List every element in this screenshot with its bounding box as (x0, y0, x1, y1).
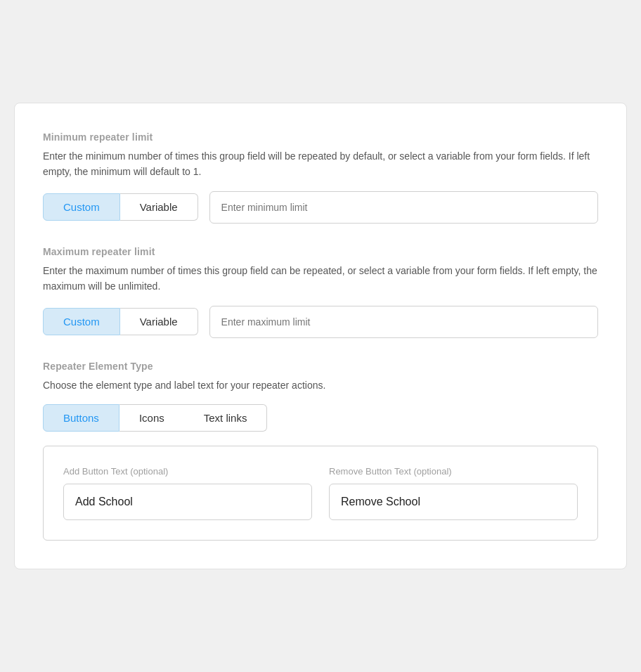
buttons-type-button[interactable]: Buttons (43, 404, 119, 432)
buttons-panel-row: Add Button Text (optional) Remove Button… (63, 466, 578, 520)
add-button-group: Add Button Text (optional) (63, 466, 312, 520)
max-custom-button[interactable]: Custom (43, 308, 120, 335)
element-type-toggle-group: Buttons Icons Text links (43, 404, 598, 432)
min-repeater-section: Minimum repeater limit Enter the minimum… (43, 131, 598, 224)
min-repeater-title: Minimum repeater limit (43, 131, 598, 143)
min-limit-input[interactable] (209, 191, 598, 224)
add-button-text-input[interactable] (63, 484, 312, 520)
max-repeater-toggle-group: Custom Variable (43, 308, 198, 335)
icons-type-button[interactable]: Icons (119, 404, 184, 432)
element-type-description: Choose the element type and label text f… (43, 377, 598, 393)
buttons-panel: Add Button Text (optional) Remove Button… (43, 446, 598, 541)
min-repeater-description: Enter the minimum number of times this g… (43, 148, 598, 180)
max-limit-input[interactable] (209, 306, 598, 338)
max-repeater-title: Maximum repeater limit (43, 246, 598, 257)
max-repeater-input-row: Custom Variable (43, 306, 598, 338)
min-repeater-toggle-group: Custom Variable (43, 193, 198, 221)
remove-button-label: Remove Button Text (optional) (329, 466, 578, 477)
element-type-section: Repeater Element Type Choose the element… (43, 361, 598, 432)
remove-button-group: Remove Button Text (optional) (329, 466, 578, 520)
max-variable-button[interactable]: Variable (120, 308, 198, 335)
min-variable-button[interactable]: Variable (120, 193, 198, 221)
text-links-type-button[interactable]: Text links (184, 404, 268, 432)
max-repeater-section: Maximum repeater limit Enter the maximum… (43, 246, 598, 338)
add-button-label: Add Button Text (optional) (63, 466, 312, 477)
main-card: Minimum repeater limit Enter the minimum… (14, 103, 627, 569)
min-repeater-input-row: Custom Variable (43, 191, 598, 224)
max-repeater-description: Enter the maximum number of times this g… (43, 263, 598, 295)
element-type-title: Repeater Element Type (43, 361, 598, 372)
min-custom-button[interactable]: Custom (43, 193, 120, 221)
remove-button-text-input[interactable] (329, 484, 578, 520)
